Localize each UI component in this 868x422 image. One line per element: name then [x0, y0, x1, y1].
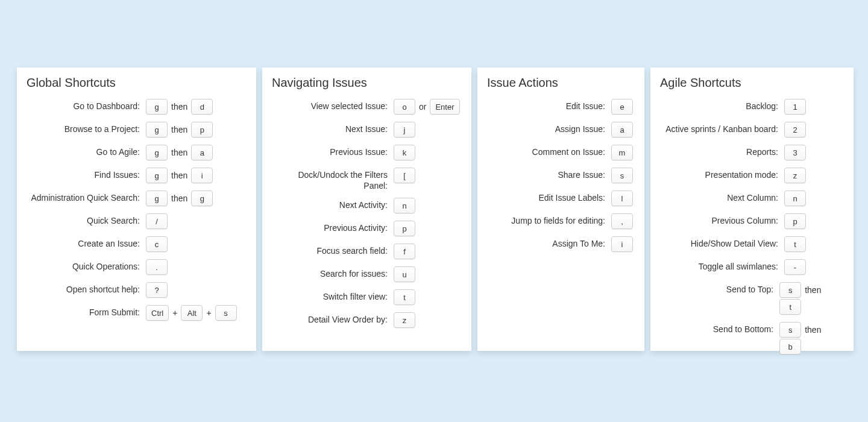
shortcut-keys: f [394, 243, 415, 260]
key: [ [394, 168, 415, 183]
shortcut-keys: k [394, 144, 415, 161]
shortcut-keys: i [611, 236, 633, 253]
key: . [146, 259, 168, 275]
shortcut-row: Next Column:n [660, 190, 844, 207]
shortcut-keys: . [146, 259, 168, 276]
key: g [146, 122, 168, 137]
shortcut-label: Comment on Issue: [487, 144, 611, 158]
shortcut-row: Go to Dashboard:gthend [27, 98, 247, 115]
shortcut-label: Send to Bottom: [660, 321, 779, 335]
shortcut-row: Assign To Me:i [487, 236, 635, 253]
key: g [146, 191, 168, 206]
shortcut-row: Switch filter view:t [272, 289, 462, 306]
shortcut-keys: j [394, 121, 415, 138]
shortcut-keys: n [394, 197, 415, 214]
shortcut-label: Quick Operations: [27, 259, 146, 272]
shortcut-label: Jump to fields for editing: [487, 213, 611, 227]
shortcut-row: Quick Operations:. [27, 259, 247, 276]
shortcut-keys: gthena [146, 144, 213, 161]
shortcut-row: View selected Issue:oorEnter [272, 98, 462, 115]
key: m [611, 145, 633, 160]
key: p [784, 213, 806, 229]
shortcut-label: Active sprints / Kanban board: [660, 121, 784, 135]
shortcut-label: Reports: [660, 144, 784, 158]
key: o [394, 99, 415, 115]
key: s [611, 168, 633, 183]
key: g [146, 145, 168, 160]
key: l [611, 191, 633, 206]
key-separator: then [171, 148, 187, 157]
key: 1 [784, 99, 806, 115]
shortcut-keys: t [784, 236, 806, 253]
key: Enter [430, 99, 459, 115]
shortcut-keys: a [611, 121, 633, 138]
shortcut-label: Previous Activity: [272, 220, 394, 234]
key: g [191, 191, 213, 206]
key-separator: then [171, 171, 187, 180]
shortcut-label: Next Column: [660, 190, 784, 204]
shortcut-keys: 3 [784, 144, 806, 161]
shortcut-keys: gtheng [146, 190, 213, 207]
key-separator: + [206, 308, 211, 318]
shortcut-label: Next Issue: [272, 121, 394, 135]
shortcut-label: Find Issues: [27, 167, 146, 181]
key: i [611, 236, 633, 252]
shortcut-label: Toggle all swimlanes: [660, 259, 784, 272]
shortcut-label: Send to Top: [660, 282, 779, 295]
shortcut-label: Quick Search: [27, 213, 146, 227]
shortcut-keys: t [394, 289, 415, 306]
shortcut-row: Create an Issue:c [27, 236, 247, 253]
shortcut-panel: Agile ShortcutsBacklog:1Active sprints /… [650, 68, 854, 351]
shortcut-row: Detail View Order by:z [272, 312, 462, 329]
key: s [779, 322, 801, 338]
shortcut-row: Share Issue:s [487, 167, 635, 184]
key-separator: then [171, 102, 187, 112]
shortcut-label: Backlog: [660, 98, 784, 112]
shortcut-keys: p [394, 220, 415, 237]
shortcut-row: Quick Search:/ [27, 213, 247, 230]
key: t [394, 289, 415, 305]
key: d [191, 99, 213, 115]
key: a [191, 145, 213, 160]
shortcut-row: Edit Issue Labels:l [487, 190, 635, 207]
shortcut-row: Open shortcut help:? [27, 282, 247, 298]
key: Alt [181, 305, 203, 321]
shortcut-row: Previous Column:p [660, 213, 844, 230]
shortcut-label: Go to Agile: [27, 144, 146, 158]
key: / [146, 213, 168, 229]
key: 3 [784, 145, 806, 160]
shortcut-label: Browse to a Project: [27, 121, 146, 135]
key: f [394, 244, 415, 259]
shortcut-row: Assign Issue:a [487, 121, 635, 138]
shortcut-keys: gtheni [146, 167, 213, 184]
shortcut-label: Share Issue: [487, 167, 611, 181]
shortcut-row: Backlog:1 [660, 98, 844, 115]
key: b [779, 339, 801, 354]
shortcut-keys: u [394, 266, 415, 283]
shortcut-row: Previous Activity:p [272, 220, 462, 237]
shortcut-row: Reports:3 [660, 144, 844, 161]
shortcut-label: Presentation mode: [660, 167, 784, 181]
shortcut-row: Next Activity:n [272, 197, 462, 214]
shortcut-row: Next Issue:j [272, 121, 462, 138]
key: i [191, 168, 213, 183]
panel-title: Global Shortcuts [27, 76, 247, 90]
shortcut-label: Edit Issue: [487, 98, 611, 112]
shortcut-label: Switch filter view: [272, 289, 394, 303]
shortcut-keys: m [611, 144, 633, 161]
key: e [611, 99, 633, 115]
shortcut-row: Search for issues:u [272, 266, 462, 283]
shortcut-label: Hide/Show Detail View: [660, 236, 784, 250]
key: c [146, 236, 168, 252]
shortcut-keys: p [784, 213, 806, 230]
key-separator: then [805, 285, 821, 295]
key: a [611, 122, 633, 137]
panel-title: Issue Actions [487, 76, 635, 90]
key-separator: then [171, 125, 187, 134]
key: - [784, 259, 806, 275]
shortcut-row: Focus search field:f [272, 243, 462, 260]
shortcut-panel: Global ShortcutsGo to Dashboard:gthendBr… [17, 68, 256, 351]
key: g [146, 99, 168, 115]
shortcut-keys: l [611, 190, 633, 207]
key: p [394, 221, 415, 236]
